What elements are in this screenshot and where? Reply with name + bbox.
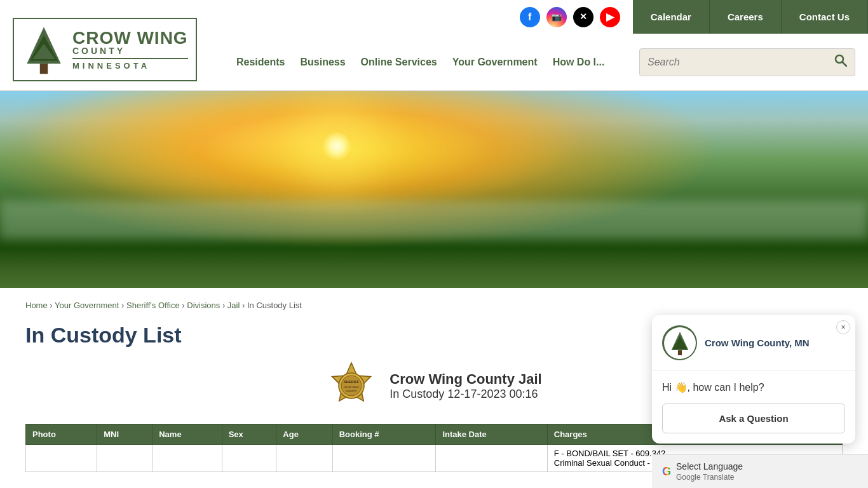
nav-how-do-i[interactable]: How Do I... [545,57,613,68]
col-age: Age [276,424,332,445]
breadcrumb-sep5: › [242,301,247,310]
logo-box: CROW WING COUNTY MINNESOTA [13,18,197,81]
main-nav: Residents Business Online Services Your … [229,57,639,68]
breadcrumb-home[interactable]: Home [25,301,48,310]
search-button[interactable] [834,54,847,70]
breadcrumb-sep4: › [222,301,227,310]
svg-rect-14 [677,350,681,355]
nav-residents[interactable]: Residents [229,57,292,68]
chat-org-name: Crow Wing County, MN [705,337,810,348]
col-photo: Photo [26,424,97,445]
instagram-icon[interactable]: 📷 [546,7,567,27]
chat-header: Crow Wing County, MN [652,315,855,371]
col-mni: MNI [97,424,153,445]
translate-bar: G Select Language Google Translate [652,454,868,488]
logo-divider [72,58,188,59]
cell-name [153,445,222,472]
chat-widget: × Crow Wing County, MN Hi 👋, how can I h… [652,315,855,444]
social-icons: f 📷 ✕ ▶ [520,7,620,27]
col-sex: Sex [222,424,276,445]
chat-avatar [662,325,697,360]
svg-text:CROW WING: CROW WING [344,386,360,389]
chat-avatar-inner [664,327,696,359]
logo-text: CROW WING COUNTY MINNESOTA [72,28,188,71]
svg-marker-13 [672,336,686,348]
svg-line-5 [843,62,846,66]
breadcrumb-your-gov[interactable]: Your Government [55,301,119,310]
translate-select-label[interactable]: Select Language [676,461,743,471]
hero-mist [0,201,868,239]
jail-name: Crow Wing County Jail [390,371,541,388]
hero-image [0,91,868,288]
breadcrumb-current: In Custody List [247,301,302,310]
cell-mni [97,445,153,472]
chat-avatar-logo [667,330,693,356]
breadcrumb-sep1: › [50,301,55,310]
breadcrumb: Home › Your Government › Sheriff's Offic… [25,301,843,310]
nav-online-services[interactable]: Online Services [353,57,445,68]
ask-question-button[interactable]: Ask a Question [662,403,845,433]
twitter-icon[interactable]: ✕ [573,7,593,27]
hero-gradient [0,91,868,288]
search-input[interactable] [648,57,834,68]
breadcrumb-divisions[interactable]: Divisions [187,301,220,310]
youtube-icon[interactable]: ▶ [600,7,620,27]
cell-sex [222,445,276,472]
top-buttons: Calendar Careers Contact Us [633,0,868,34]
google-g-icon: G [662,465,671,478]
jail-custody: In Custody 12-17-2023 00:16 [390,388,541,401]
chat-body: Hi 👋, how can I help? Ask a Question [652,371,855,444]
breadcrumb-sheriff[interactable]: Sheriff's Office [126,301,180,310]
svg-rect-3 [40,64,48,74]
breadcrumb-sep2: › [121,301,126,310]
col-intake: Intake Date [436,424,547,445]
facebook-icon[interactable]: f [520,7,540,27]
breadcrumb-jail[interactable]: Jail [227,301,240,310]
nav-your-government[interactable]: Your Government [445,57,545,68]
cell-age [276,445,332,472]
sheriff-badge-icon: SHERIFF CROW WING COUNTY [326,360,377,411]
chat-greeting: Hi 👋, how can I help? [662,381,845,393]
nav-bar: CROW WING COUNTY MINNESOTA Residents Bus… [0,34,868,91]
careers-button[interactable]: Careers [710,0,782,34]
cell-intake [436,445,547,472]
hero-sun [321,130,353,162]
search-icon [834,54,847,67]
cell-photo [26,445,97,472]
nav-business[interactable]: Business [292,57,353,68]
jail-info: Crow Wing County Jail In Custody 12-17-2… [390,371,541,401]
chat-close-button[interactable]: × [836,320,850,334]
logo-tree-icon [22,24,66,75]
logo-minnesota: MINNESOTA [72,61,150,71]
translate-text-group: Select Language Google Translate [676,461,743,482]
col-name: Name [153,424,222,445]
svg-text:SHERIFF: SHERIFF [344,380,360,384]
search-bar [639,48,855,76]
col-booking: Booking # [332,424,436,445]
cell-booking [332,445,436,472]
translate-google-link: Google Translate [676,473,743,482]
contact-button[interactable]: Contact Us [782,0,868,34]
calendar-button[interactable]: Calendar [633,0,710,34]
logo-county: COUNTY [72,46,125,56]
svg-text:COUNTY: COUNTY [346,390,357,393]
